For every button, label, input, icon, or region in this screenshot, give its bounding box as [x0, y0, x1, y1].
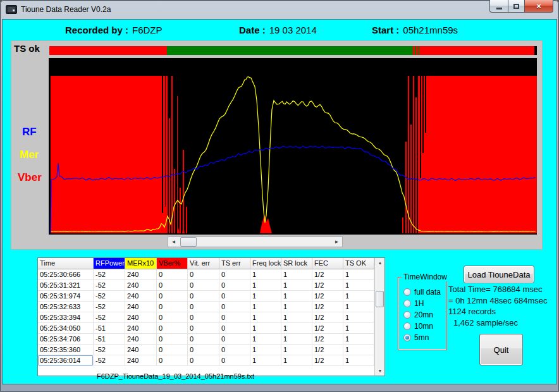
radio-full-data[interactable]: full data: [403, 286, 446, 297]
header-cell-ts-err[interactable]: TS err: [219, 258, 250, 269]
table-cell[interactable]: 1/2: [312, 280, 343, 291]
table-cell[interactable]: 240: [125, 345, 157, 355]
table-cell[interactable]: 05:25:31:974: [38, 291, 94, 302]
table-cell[interactable]: -51: [94, 323, 125, 334]
table-cell[interactable]: 0: [219, 355, 250, 366]
table-cell[interactable]: 0: [219, 269, 250, 280]
table-cell[interactable]: 0: [188, 269, 219, 280]
radio-button-icon[interactable]: [403, 334, 411, 341]
table-cell[interactable]: 0: [219, 312, 250, 323]
radio-button-icon[interactable]: [403, 300, 411, 307]
quit-button[interactable]: Quit: [479, 334, 523, 365]
header-cell-vit-err[interactable]: Vit. err: [188, 258, 219, 269]
table-cell[interactable]: 1/2: [312, 312, 343, 323]
header-cell-ts-ok[interactable]: TS OK: [343, 258, 374, 269]
table-cell[interactable]: 0: [188, 334, 219, 345]
table-cell[interactable]: 1/2: [312, 323, 343, 334]
titlebar[interactable]: Tioune Data Reader V0.2a ×: [0, 0, 559, 19]
table-cell[interactable]: 240: [125, 334, 157, 345]
header-cell-vber-[interactable]: VBer%: [157, 258, 188, 269]
table-cell[interactable]: 0: [157, 269, 188, 280]
table-cell[interactable]: 05:25:34:706: [38, 334, 94, 345]
table-cell[interactable]: 05:25:32:633: [38, 302, 94, 312]
load-tiounedata-button[interactable]: Load TiouneData: [464, 266, 534, 283]
chart-hscrollbar[interactable]: ◄ ►: [168, 236, 343, 247]
table-cell[interactable]: 240: [125, 280, 157, 291]
close-button[interactable]: ×: [525, 0, 553, 13]
table-cell[interactable]: 1/2: [312, 302, 343, 312]
table-cell[interactable]: 0: [188, 345, 219, 355]
radio-button-icon[interactable]: [403, 288, 411, 296]
table-cell[interactable]: -52: [94, 280, 125, 291]
table-cell[interactable]: 0: [219, 302, 250, 312]
table-cell[interactable]: 05:25:31:321: [38, 280, 94, 291]
table-cell[interactable]: 1: [250, 345, 281, 355]
table-cell[interactable]: 0: [157, 302, 188, 312]
table-cell[interactable]: -52: [94, 291, 125, 302]
radio-button-icon[interactable]: [403, 311, 411, 319]
table-cell[interactable]: 0: [188, 280, 219, 291]
radio-10mn[interactable]: 10mn: [403, 321, 446, 331]
table-cell[interactable]: 1: [281, 269, 312, 280]
table-cell[interactable]: 0: [219, 345, 250, 355]
table-row[interactable]: 05:25:34:706-51240000111/21: [38, 334, 384, 345]
app-icon[interactable]: [6, 5, 17, 14]
table-cell[interactable]: 0: [188, 291, 219, 302]
table-cell[interactable]: 0: [188, 323, 219, 334]
header-cell-freq-lock[interactable]: Freq lock: [250, 258, 281, 269]
maximize-button[interactable]: [508, 0, 525, 13]
scroll-right-button[interactable]: ►: [331, 237, 342, 247]
table-cell[interactable]: 1: [250, 312, 281, 323]
table-row[interactable]: 05:25:34:050-51240000111/21: [38, 323, 384, 334]
scroll-left-button[interactable]: ◄: [168, 237, 179, 247]
table-cell[interactable]: 0: [157, 291, 188, 302]
scroll-down-button[interactable]: ▼: [375, 366, 385, 376]
table-cell[interactable]: 1: [281, 302, 312, 312]
table-cell[interactable]: 1: [281, 323, 312, 334]
table-cell[interactable]: 1: [343, 323, 374, 334]
table-cell[interactable]: 1: [250, 302, 281, 312]
radio-1h[interactable]: 1H: [403, 298, 446, 309]
header-cell-merx10[interactable]: MERx10: [125, 258, 157, 269]
table-cell[interactable]: 1: [343, 280, 374, 291]
table-cell[interactable]: 0: [188, 302, 219, 312]
table-row[interactable]: 05:25:36:014-52240000111/21: [38, 355, 384, 366]
table-cell[interactable]: 0: [219, 334, 250, 345]
table-cell[interactable]: 1: [250, 355, 281, 366]
table-cell[interactable]: -52: [94, 302, 125, 312]
table-row[interactable]: 05:25:35:360-52240000111/21: [38, 345, 384, 355]
table-cell[interactable]: 1: [250, 291, 281, 302]
table-vscrollbar[interactable]: ▲ ▼: [374, 258, 384, 376]
header-cell-time[interactable]: Time: [38, 258, 94, 269]
table-cell[interactable]: 240: [125, 291, 157, 302]
table-cell[interactable]: 1: [281, 345, 312, 355]
table-cell[interactable]: 1: [343, 291, 374, 302]
scroll-up-button[interactable]: ▲: [375, 258, 385, 267]
table-cell[interactable]: 0: [157, 345, 188, 355]
table-cell[interactable]: 0: [157, 334, 188, 345]
table-row[interactable]: 05:25:31:974-52240000111/21: [38, 291, 384, 302]
table-cell[interactable]: -52: [94, 312, 125, 323]
table-cell[interactable]: 0: [157, 312, 188, 323]
table-cell[interactable]: 0: [219, 323, 250, 334]
table-cell[interactable]: 1: [343, 334, 374, 345]
table-cell[interactable]: 05:25:35:360: [38, 345, 94, 355]
table-cell[interactable]: 240: [125, 323, 157, 334]
table-cell[interactable]: 1/2: [312, 334, 343, 345]
table-cell[interactable]: -52: [94, 269, 125, 280]
header-cell-fec[interactable]: FEC: [312, 258, 343, 269]
table-cell[interactable]: 240: [125, 302, 157, 312]
table-cell[interactable]: 1/2: [312, 355, 343, 366]
table-cell[interactable]: -51: [94, 334, 125, 345]
table-cell[interactable]: 0: [157, 355, 188, 366]
table-cell[interactable]: 05:25:30:666: [38, 269, 94, 280]
table-cell[interactable]: 1: [250, 269, 281, 280]
table-cell[interactable]: 1: [281, 312, 312, 323]
table-row[interactable]: 05:25:33:394-52240000111/21: [38, 312, 384, 323]
table-cell[interactable]: 0: [219, 291, 250, 302]
table-cell[interactable]: 1: [281, 334, 312, 345]
table-cell[interactable]: 1/2: [312, 291, 343, 302]
table-cell[interactable]: -52: [94, 345, 125, 355]
radio-5mn[interactable]: 5mn: [403, 332, 446, 343]
table-cell[interactable]: 1: [281, 291, 312, 302]
